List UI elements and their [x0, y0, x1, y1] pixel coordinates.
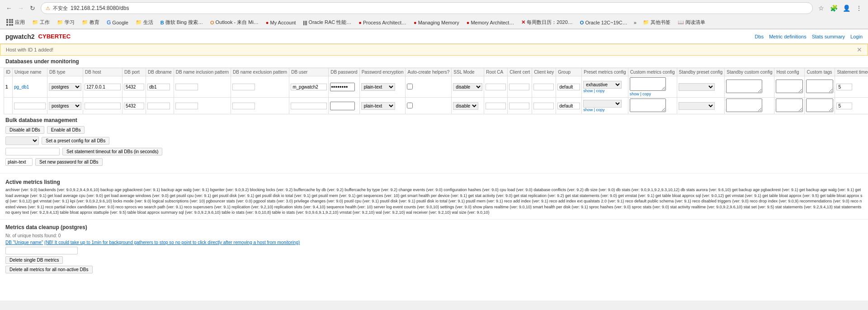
bookmark-outlook[interactable]: O Outlook - 来自 Mi… [208, 18, 261, 27]
new-preset-metrics-select[interactable]: exhaustive basic [583, 100, 622, 108]
new-standby-custom-textarea[interactable] [726, 99, 762, 112]
new-auto-create-checkbox[interactable] [407, 103, 413, 108]
delete-all-inactive-button[interactable]: Delete all metrics for all non-active DB… [5, 266, 93, 273]
new-group-input[interactable] [557, 103, 580, 109]
cell-inclusion [174, 76, 231, 98]
profile-button[interactable]: 👤 [841, 3, 852, 14]
bookmark-reading-list[interactable]: 📖 阅读清单 [675, 18, 708, 27]
password-enc-select[interactable]: plain-text aes-gcm-256 [361, 83, 395, 91]
bookmarks-bar: 应用 📁 工作 📁 学习 📁 教育 G Google 📁 生活 B 微软 Bin… [0, 16, 868, 29]
nav-login[interactable]: Login [850, 34, 863, 39]
bookmark-oracle-rac[interactable]: ||| Oracle RAC 性能… [300, 18, 354, 27]
db-host-input[interactable] [85, 84, 121, 90]
client-key-input[interactable] [533, 84, 554, 90]
nav-metric-definitions[interactable]: Metric definitions [769, 34, 807, 39]
standby-custom-textarea[interactable] [726, 80, 762, 93]
db-port-input[interactable] [124, 84, 144, 90]
password-type-input[interactable] [5, 158, 33, 166]
bookmark-google[interactable]: G Google [104, 19, 131, 27]
new-custom-metrics-textarea[interactable] [630, 99, 666, 112]
bookmark-education[interactable]: 📁 教育 [79, 18, 102, 27]
host-config-textarea[interactable] [776, 80, 803, 93]
bookmark-star-button[interactable]: ☆ [816, 3, 826, 14]
custom-show-link[interactable]: show [630, 92, 639, 96]
new-db-dbname-input[interactable] [147, 103, 170, 109]
cell-host-config [774, 76, 805, 98]
standby-preset-select[interactable]: exhaustive basic [679, 83, 715, 91]
root-ca-input[interactable] [486, 84, 506, 90]
new-db-host-input[interactable] [85, 103, 121, 109]
new-db-password-input[interactable] [330, 102, 355, 110]
statement-timeout-input[interactable] [836, 84, 852, 90]
back-button[interactable]: ← [4, 3, 14, 14]
reload-button[interactable]: ↻ [27, 3, 38, 14]
new-db-user-input[interactable] [291, 103, 327, 109]
new-db-port-input[interactable] [124, 103, 144, 109]
more-bookmarks[interactable]: » [632, 19, 638, 26]
bookmark-life[interactable]: 📁 生活 [133, 18, 156, 27]
client-cert-input[interactable] [509, 84, 529, 90]
new-statement-timeout-input[interactable] [836, 103, 852, 109]
inclusion-input[interactable] [175, 84, 198, 90]
db-password-input[interactable] [330, 83, 355, 91]
extensions-button[interactable]: 🧩 [828, 3, 839, 14]
auto-create-checkbox[interactable] [407, 84, 413, 89]
new-exclusion-input[interactable] [232, 103, 255, 109]
new-preset-copy-link[interactable]: copy [596, 108, 605, 112]
bookmark-bing[interactable]: B 微软 Bing 搜索… [158, 18, 206, 27]
new-preset-show-link[interactable]: show [583, 108, 593, 112]
set-new-password-button[interactable]: Set new password for all DBs [35, 158, 103, 166]
bookmark-memory-arch[interactable]: ● Memory Architect… [464, 19, 517, 26]
new-client-key-input[interactable] [533, 103, 554, 109]
preset-show-link[interactable]: show [583, 89, 593, 93]
nav-dbs[interactable]: Dbs [755, 34, 764, 39]
custom-tags-textarea[interactable] [806, 80, 833, 93]
set-preset-config-button[interactable]: Set a preset config for all DBs [42, 137, 109, 145]
new-password-enc-select[interactable]: plain-text aes-gcm-256 [361, 102, 395, 110]
bookmark-weekly-calendar[interactable]: ✕ 每周数日历：2020… [519, 18, 575, 27]
preset-metrics-select[interactable]: exhaustive basic minimal [583, 81, 622, 89]
new-root-ca-input[interactable] [486, 103, 506, 109]
bookmark-managing-memory[interactable]: ● Managing Memory [411, 19, 462, 26]
db-unique-name-input[interactable] [5, 247, 78, 254]
nav-stats-summary[interactable]: Stats summary [812, 34, 845, 39]
new-standby-preset-select[interactable]: exhaustive [679, 102, 715, 110]
forward-button[interactable]: → [15, 3, 26, 14]
address-bar[interactable]: ⚠ 不安全 192.168.2.154:8080/dbs [41, 2, 813, 14]
alert-close-button[interactable]: ✕ [857, 46, 862, 53]
new-inclusion-input[interactable] [175, 103, 198, 109]
statement-timeout-bulk-input[interactable] [5, 148, 60, 155]
group-input[interactable] [557, 84, 580, 90]
cell-id: 1 [4, 76, 13, 98]
custom-copy-link[interactable]: copy [642, 92, 651, 96]
new-custom-tags-textarea[interactable] [806, 99, 833, 112]
ssl-mode-select[interactable]: disable require verify-ca verify-full [453, 83, 482, 91]
enable-all-button[interactable]: Enable all DBs [47, 126, 85, 134]
exclusion-input[interactable] [232, 84, 255, 90]
delete-single-db-metrics-button[interactable]: Delete single DB metrics [5, 256, 63, 264]
new-unique-name-input[interactable] [14, 103, 46, 109]
db-user-input[interactable] [291, 84, 327, 90]
bookmark-process-arch[interactable]: ● Process Architect… [356, 19, 409, 26]
new-db-type-select[interactable]: postgres pgbouncer pgpool [49, 102, 81, 110]
new-host-config-textarea[interactable] [776, 99, 803, 112]
set-statement-timeout-button[interactable]: Set statement timeout for all DBs (in se… [62, 148, 162, 155]
db-dbname-input[interactable] [147, 84, 170, 90]
new-client-cert-input[interactable] [509, 103, 529, 109]
preset-copy-link[interactable]: copy [596, 89, 605, 93]
disable-all-button[interactable]: Disable all DBs [5, 126, 44, 134]
db-type-select[interactable]: postgres pgbouncer pgpool [49, 83, 81, 91]
bookmark-work[interactable]: 📁 工作 [29, 18, 52, 27]
cell-custom-metrics: show | copy [628, 76, 677, 98]
cell-ssl-mode: disable require verify-ca verify-full [452, 76, 484, 98]
custom-metrics-textarea[interactable] [630, 77, 666, 91]
menu-button[interactable]: ⋮ [854, 3, 864, 14]
bookmark-other[interactable]: 📁 其他书签 [640, 18, 673, 27]
unique-name-link[interactable]: pg_db1 [14, 85, 29, 89]
apps-grid-button[interactable]: 应用 [4, 18, 28, 27]
bookmark-my-account[interactable]: ● My Account [263, 19, 299, 26]
preset-config-select[interactable]: exhaustive basic minimal [5, 136, 39, 145]
bookmark-oracle-12c[interactable]: O Oracle 12C~19C… [577, 19, 630, 26]
new-ssl-mode-select[interactable]: disable require [453, 102, 478, 110]
bookmark-study[interactable]: 📁 学习 [54, 18, 77, 27]
